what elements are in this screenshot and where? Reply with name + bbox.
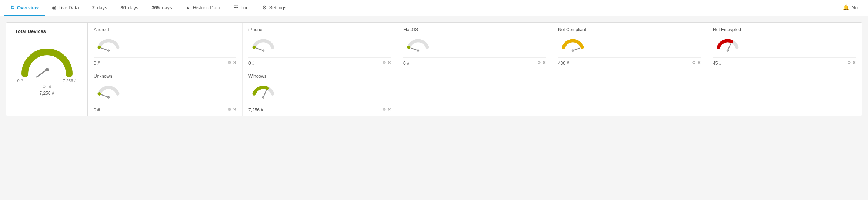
gauge-footer-unknown: 0 # ⚙ ✖ [94,104,236,113]
gauge-body-android [94,34,236,56]
nav-item-settings[interactable]: ⚙ Settings [256,0,293,16]
gauge-svg-android [94,34,123,56]
svg-point-1 [45,68,49,71]
main-content: Total Devices 0 # 7,256 # [0,16,868,200]
gauge-value-not-encrypted: 45 # [713,61,721,66]
gauges-grid: Android 0 # ⚙ ✖ iPhone 0 # ⚙ [88,23,862,116]
svg-point-16 [727,50,728,51]
gauge-footer-windows: 7,256 # ⚙ ✖ [248,104,391,113]
nav-label-notification: No [851,5,858,10]
gauge-cell-not-encrypted: Not Encrypted 45 # ⚙ ✖ [707,23,862,69]
historic-icon: ▲ [186,4,191,10]
nav-item-30days[interactable]: 30 days [114,0,145,16]
gauge-body-iphone [248,34,391,56]
nav-2days-prefix: 2 [92,5,95,10]
total-devices-title: Total Devices [15,29,46,34]
navigation: ↻ Overview ◉ Live Data 2 days 30 days 36… [0,0,868,16]
nav-item-log[interactable]: ☷ Log [227,0,256,16]
gauge-gear-icon-iphone[interactable]: ⚙ [383,60,386,65]
nav-item-live-data[interactable]: ◉ Live Data [45,0,86,16]
overview-icon: ↻ [10,4,15,10]
gauge-label-unknown: Unknown [94,74,236,79]
svg-point-4 [108,50,109,51]
gauge-gear-icon-android[interactable]: ⚙ [228,60,231,65]
gauge-label-macos: MacOS [403,27,546,32]
gauge-expand-icon-macos[interactable]: ✖ [542,60,546,65]
total-gear-icon[interactable]: ⚙ [42,84,46,89]
bell-icon: 🔔 [843,4,849,10]
gauge-cell-android: Android 0 # ⚙ ✖ [88,23,243,69]
gauge-body-macos [403,34,546,56]
gauge-gear-icon-not-encrypted[interactable]: ⚙ [847,60,851,65]
gauge-footer-not-encrypted: 45 # ⚙ ✖ [713,57,856,66]
nav-label-historic: Historic Data [193,5,220,10]
gauge-svg-not-compliant [558,34,588,56]
nav-item-2days[interactable]: 2 days [86,0,114,16]
gauge-svg-not-encrypted [713,34,742,56]
nav-item-overview[interactable]: ↻ Overview [4,0,45,16]
gauge-cell-unknown: Unknown 0 # ⚙ ✖ [88,69,243,116]
svg-point-10 [418,50,419,51]
gauge-svg-macos [403,34,433,56]
gauge-cell-empty-8 [552,69,707,116]
gauge-footer-android: 0 # ⚙ ✖ [94,57,236,66]
nav-item-365days[interactable]: 365 days [145,0,178,16]
nav-item-notification[interactable]: 🔔 No [836,0,864,16]
gauge-value-unknown: 0 # [94,107,100,113]
nav-label-settings: Settings [269,5,287,10]
gauge-footer-iphone: 0 # ⚙ ✖ [248,57,391,66]
gauge-footer-not-compliant: 430 # ⚙ ✖ [558,57,701,66]
nav-label-log: Log [241,5,249,10]
gauge-expand-icon-iphone[interactable]: ✖ [388,60,391,65]
total-gauge-svg [17,37,77,78]
total-expand-icon[interactable]: ✖ [48,84,51,89]
gauge-footer-macos: 0 # ⚙ ✖ [403,57,546,66]
gauge-gear-icon-unknown[interactable]: ⚙ [228,107,231,112]
total-gauge-icons[interactable]: ⚙ ✖ [42,84,51,89]
gauge-cell-windows: Windows 7,256 # ⚙ ✖ [243,69,397,116]
gauge-expand-icon-not-encrypted[interactable]: ✖ [852,60,856,65]
total-devices-panel: Total Devices 0 # 7,256 # [6,23,88,116]
svg-point-22 [263,97,264,98]
gauge-expand-icon-not-compliant[interactable]: ✖ [697,60,701,65]
settings-icon: ⚙ [262,4,267,10]
svg-line-0 [37,70,47,77]
gauge-label-not-compliant: Not Compliant [558,27,701,32]
gauge-cell-not-compliant: Not Compliant 430 # ⚙ ✖ [552,23,707,69]
nav-item-historic[interactable]: ▲ Historic Data [179,0,227,16]
gauge-cell-macos: MacOS 0 # ⚙ ✖ [397,23,552,69]
gauge-body-windows [248,80,391,103]
gauge-expand-icon-unknown[interactable]: ✖ [233,107,236,112]
nav-30days-prefix: 30 [120,5,126,10]
svg-point-7 [263,50,264,51]
svg-point-13 [572,50,574,51]
total-gauge-container: 0 # 7,256 # ⚙ ✖ [17,37,77,89]
gauge-value-iphone: 0 # [248,61,255,66]
nav-365days-label: days [162,5,172,10]
gauge-gear-icon-macos[interactable]: ⚙ [537,60,541,65]
gauge-body-not-compliant [558,34,701,56]
gauge-svg-unknown [94,80,123,103]
gauge-label-not-encrypted: Not Encrypted [713,27,856,32]
gauge-value-windows: 7,256 # [248,107,263,113]
nav-2days-label: days [97,5,107,10]
gauge-label-android: Android [94,27,236,32]
gauge-cell-empty-9 [707,69,862,116]
total-gauge-min: 0 # [17,79,23,83]
total-gauge-value: 7,256 # [39,91,54,96]
svg-point-19 [108,97,109,98]
gauge-body-not-encrypted [713,34,856,56]
gauge-expand-icon-android[interactable]: ✖ [233,60,236,65]
gauge-svg-iphone [248,34,278,56]
gauge-gear-icon-not-compliant[interactable]: ⚙ [692,60,696,65]
gauge-gear-icon-windows[interactable]: ⚙ [383,107,386,112]
nav-365days-prefix: 365 [151,5,160,10]
gauge-body-unknown [94,80,236,103]
gauge-label-windows: Windows [248,74,391,79]
nav-30days-label: days [128,5,138,10]
gauge-value-macos: 0 # [403,61,410,66]
gauge-label-iphone: iPhone [248,27,391,32]
gauge-expand-icon-windows[interactable]: ✖ [388,107,391,112]
total-gauge-minmax: 0 # 7,256 # [17,79,77,83]
log-icon: ☷ [234,4,238,10]
